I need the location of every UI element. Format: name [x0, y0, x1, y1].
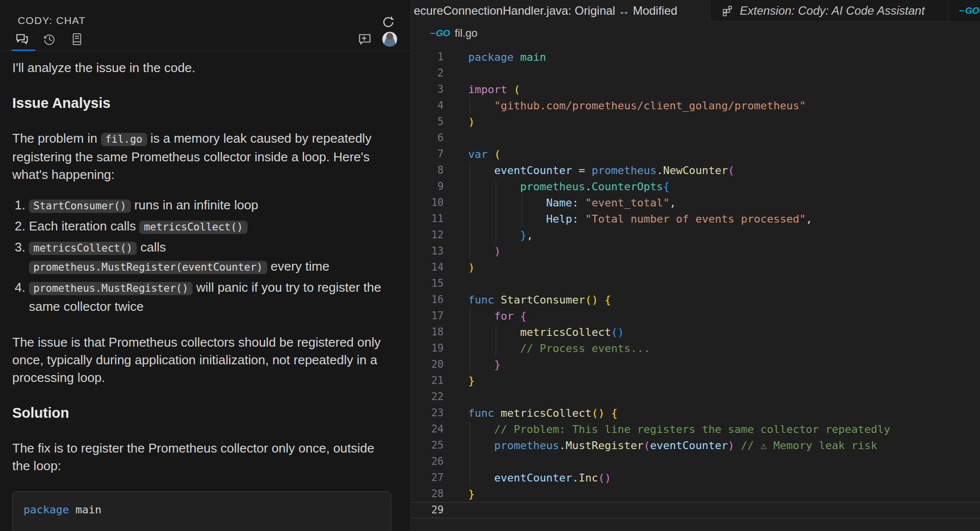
- chat-code-block: package main import ( "github.com/promet…: [12, 491, 391, 531]
- editor-pane: ecureConnectionHandler.java: Original ↔ …: [411, 0, 980, 531]
- active-tab-underline: [12, 50, 35, 51]
- user-avatar[interactable]: [382, 31, 398, 47]
- line-number: 23: [411, 405, 444, 421]
- line-number: 27: [411, 470, 444, 486]
- history-icon[interactable]: [41, 31, 58, 48]
- code-line: 28}: [411, 486, 980, 502]
- line-number: 14: [411, 259, 444, 276]
- diff-tab-label-before: ecureConnectionHandler.java: Original: [414, 4, 615, 18]
- chat-text: calls: [137, 240, 166, 254]
- chat-toolbar-right: [356, 31, 398, 48]
- chat-text: I'll analyze the issue in the code.: [12, 60, 196, 75]
- line-number: 16: [411, 292, 444, 308]
- inline-code: metricsCollect(): [139, 221, 247, 234]
- code-line: 16func StartConsumer() {: [411, 292, 980, 308]
- line-number: 7: [411, 146, 444, 162]
- code-line: 18 metricsCollect(): [411, 324, 980, 340]
- cody-chat-panel: CODY: CHAT: [0, 0, 411, 531]
- code-line: 26: [411, 454, 980, 470]
- chat-text: The fix is to register the Prometheus co…: [12, 441, 374, 473]
- panel-title: CODY: CHAT: [18, 15, 86, 26]
- code-line: 13 ): [411, 243, 980, 259]
- code-line: 5): [411, 114, 980, 130]
- line-number: 24: [411, 421, 444, 437]
- code-line: 2: [411, 65, 980, 81]
- code-line: 15: [411, 276, 980, 292]
- chat-paragraph: I'll analyze the issue in the code.: [12, 59, 395, 76]
- code-lines: 1package main23import (4 "github.com/pro…: [411, 45, 980, 518]
- line-number: 22: [411, 389, 444, 405]
- code-editor[interactable]: 1package main23import (4 "github.com/pro…: [411, 45, 980, 518]
- code-line: 25 prometheus.MustRegister(eventCounter)…: [411, 437, 980, 454]
- code-line: 27 eventCounter.Inc(): [411, 470, 980, 486]
- chat-panel-header: CODY: CHAT: [0, 0, 410, 27]
- code-line: 1package main: [411, 49, 980, 65]
- code-line: 14): [411, 259, 980, 276]
- code-line: 23func metricsCollect() {: [411, 405, 980, 421]
- code-line: 6: [411, 130, 980, 146]
- code-line: 24 // Problem: This line registers the s…: [411, 421, 980, 437]
- code-line: 11 Help: "Total number of events process…: [411, 211, 980, 227]
- new-chat-icon[interactable]: [356, 31, 373, 48]
- chat-paragraph: The issue is that Prometheus collectors …: [12, 333, 395, 386]
- code-line: 4 "github.com/prometheus/client_golang/p…: [411, 98, 980, 114]
- breadcrumb[interactable]: GO fil.go: [411, 22, 980, 45]
- go-file-icon: GO: [430, 28, 450, 39]
- extensions-icon: [721, 4, 734, 17]
- chat-toolbar-tabs: [14, 31, 85, 48]
- chat-list-item: StartConsumer() runs in an infinite loop: [29, 196, 395, 215]
- line-number: 6: [411, 130, 444, 146]
- line-number: 20: [411, 356, 444, 373]
- chat-list-item: Each iteration calls metricsCollect(): [29, 217, 395, 236]
- line-number: 12: [411, 227, 444, 243]
- chat-heading: Issue Analysis: [12, 94, 395, 112]
- inline-code: prometheus.MustRegister(eventCounter): [29, 261, 267, 274]
- line-number: 8: [411, 162, 444, 178]
- chat-list-item: metricsCollect() calls prometheus.MustRe…: [29, 238, 395, 277]
- vscode-window: CODY: CHAT: [0, 0, 980, 531]
- line-number: 4: [411, 98, 444, 114]
- diff-arrow-icon: ↔: [615, 4, 633, 18]
- chat-list-item: prometheus.MustRegister() will panic if …: [29, 278, 395, 316]
- chat-text: Each iteration calls: [29, 219, 139, 233]
- code-line: 20 }: [411, 356, 980, 373]
- code-line: 10 Name: "event_total",: [411, 195, 980, 211]
- code-line: 7var (: [411, 146, 980, 162]
- go-file-icon[interactable]: GO: [959, 5, 979, 16]
- inline-code: StartConsumer(): [29, 200, 131, 213]
- line-number: 10: [411, 195, 444, 211]
- editor-tab-bar: ecureConnectionHandler.java: Original ↔ …: [411, 0, 980, 22]
- chat-ordered-list: StartConsumer() runs in an infinite loop…: [12, 196, 395, 316]
- chat-heading: Solution: [12, 404, 395, 422]
- line-number: 5: [411, 114, 444, 130]
- extension-tab-label: Extension: Cody: AI Code Assistant: [740, 4, 925, 18]
- code-line: 8 eventCounter = prometheus.NewCounter(: [411, 162, 980, 178]
- breadcrumb-filename: fil.go: [455, 27, 477, 40]
- line-number: 17: [411, 308, 444, 324]
- code-line: 12 },: [411, 227, 980, 243]
- chat-text: The problem in: [12, 131, 101, 146]
- chat-paragraph: The fix is to register the Prometheus co…: [12, 439, 395, 475]
- prompts-library-icon[interactable]: [69, 31, 85, 48]
- diff-tab-label-after: Modified: [633, 4, 678, 18]
- line-number: 26: [411, 454, 444, 470]
- chat-text: The issue is that Prometheus collectors …: [12, 335, 381, 385]
- code-line: 29: [411, 502, 980, 518]
- code-line: 3import (: [411, 81, 980, 98]
- inline-code: prometheus.MustRegister(): [29, 282, 193, 295]
- inline-code: metricsCollect(): [29, 242, 137, 255]
- code-line: 19 // Process events...: [411, 340, 980, 356]
- line-number: 25: [411, 437, 444, 454]
- code-line: 17 for {: [411, 308, 980, 324]
- chat-toolbar: [0, 27, 410, 51]
- line-number: 28: [411, 486, 444, 502]
- tab-bar-overflow: GO: [949, 0, 980, 22]
- line-number: 21: [411, 373, 444, 389]
- line-number: 2: [411, 65, 444, 81]
- chat-message-stream: I'll analyze the issue in the code.Issue…: [0, 59, 410, 531]
- code-line: 22: [411, 389, 980, 405]
- tab-diff-secureconnectionhandler[interactable]: ecureConnectionHandler.java: Original ↔ …: [411, 0, 710, 22]
- tab-extension-cody[interactable]: Extension: Cody: AI Code Assistant: [710, 0, 949, 22]
- chats-tab-icon[interactable]: [14, 31, 30, 48]
- line-number: 11: [411, 211, 444, 227]
